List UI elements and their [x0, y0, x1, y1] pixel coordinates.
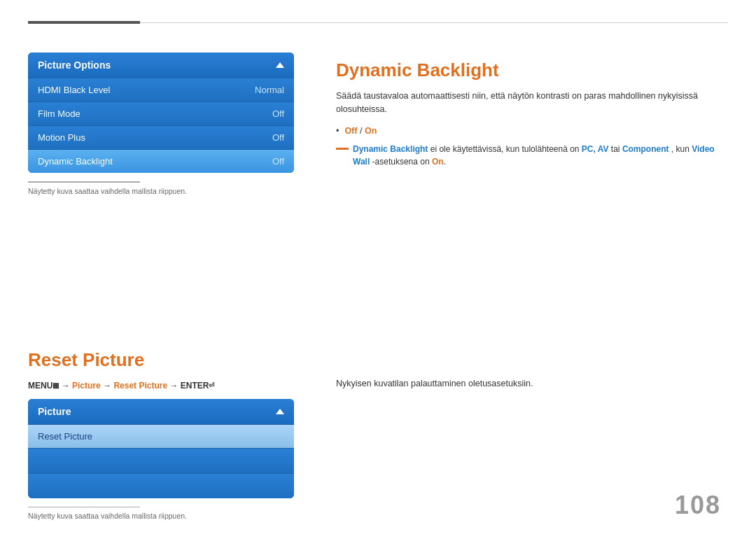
menu-item-label: Motion Plus [38, 132, 85, 143]
section-description: Säädä taustavaloa automaattisesti niin, … [336, 90, 728, 116]
menu-panel-title: Picture Options [38, 59, 111, 71]
top-rule [28, 21, 728, 24]
menu-item-label: Film Mode [38, 108, 80, 119]
menu-panel-header: Picture Options [28, 52, 294, 78]
divider [28, 181, 140, 183]
section-title: Dynamic Backlight [336, 59, 728, 81]
reset-picture-panel: Reset Picture MENU▦ → Picture → Reset Pi… [28, 349, 294, 521]
page-number: 108 [675, 491, 721, 520]
menu-item-reset-picture[interactable]: Reset Picture [28, 424, 294, 448]
arrow3: → [169, 381, 180, 391]
bottom-area: Reset Picture MENU▦ → Picture → Reset Pi… [0, 342, 756, 535]
arrow2: → [103, 381, 113, 391]
menu-command: MENU▦ → Picture → Reset Picture → ENTER⏎ [28, 381, 294, 391]
menu-panel: Picture Options HDMI Black Level Normal … [28, 52, 294, 173]
menu-item-hdmi[interactable]: HDMI Black Level Normal [28, 78, 294, 101]
menu-item-motion[interactable]: Motion Plus Off [28, 125, 294, 149]
enter-label: ENTER [181, 381, 209, 391]
arrow1: → [62, 381, 72, 391]
menu-item-value: Normal [255, 85, 284, 95]
text-off: Off [344, 126, 357, 136]
menu-item-label: Dynamic Backlight [38, 156, 113, 167]
note-dash-icon [336, 148, 349, 150]
reset-item-label: Reset Picture [38, 431, 92, 442]
bullet-list: Off / On [336, 126, 728, 136]
path-reset: Reset Picture [113, 381, 167, 391]
note-line: Dynamic Backlight ei ole käytettävissä, … [336, 143, 728, 168]
menu-item-value: Off [272, 156, 284, 167]
panel-note-bottom: Näytetty kuva saattaa vaihdella mallista… [28, 512, 294, 520]
reset-menu-title: Picture [38, 406, 71, 417]
menu-item-value: Off [272, 108, 284, 119]
reset-title: Reset Picture [28, 349, 294, 371]
highlight-component: Component [622, 144, 669, 154]
highlight-dynamic-backlight: Dynamic Backlight [353, 144, 428, 154]
menu-item-value: Off [272, 132, 284, 143]
menu-item-label: HDMI Black Level [38, 85, 110, 95]
menu-item-film[interactable]: Film Mode Off [28, 101, 294, 125]
reset-desc-text: Nykyisen kuvatilan palauttaminen oletusa… [336, 377, 728, 391]
menu-empty-row-1 [28, 448, 294, 473]
reset-menu-header: Picture [28, 399, 294, 424]
dynamic-backlight-description: Dynamic Backlight Säädä taustavaloa auto… [294, 52, 728, 335]
text-on: On [365, 126, 377, 136]
page-container: Picture Options HDMI Black Level Normal … [0, 0, 756, 534]
menu-empty-row-2 [28, 473, 294, 498]
note-content: Dynamic Backlight ei ole käytettävissä, … [353, 143, 728, 168]
menu-item-dynamic-backlight[interactable]: Dynamic Backlight Off [28, 149, 294, 173]
highlight-on: On [432, 157, 444, 167]
highlight-pc-av: PC, AV [582, 144, 609, 154]
path-picture: Picture [72, 381, 101, 391]
menu-label: MENU [28, 381, 52, 391]
arrow-up-icon [276, 62, 284, 68]
arrow-up-icon [276, 409, 284, 414]
panel-note: Näytetty kuva saattaa vaihdella mallista… [28, 187, 294, 195]
reset-description: Nykyisen kuvatilan palauttaminen oletusa… [294, 349, 728, 521]
picture-options-panel: Picture Options HDMI Black Level Normal … [28, 52, 294, 335]
divider-bottom [28, 507, 140, 508]
bullet-item-off-on: Off / On [336, 126, 728, 136]
reset-menu-panel: Picture Reset Picture [28, 399, 294, 498]
